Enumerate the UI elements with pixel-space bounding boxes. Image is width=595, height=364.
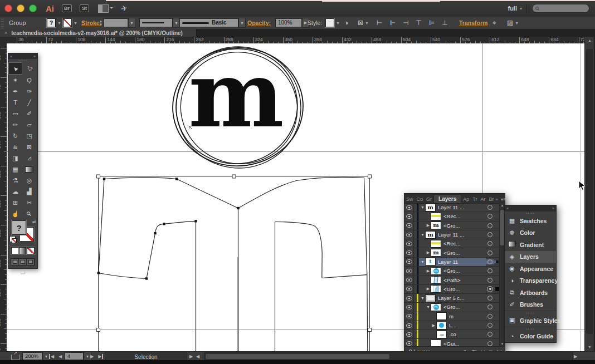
stroke-weight-control[interactable]: ▲▼ ▼ — [99, 17, 135, 29]
stroke-weight-dropdown[interactable]: ▼ — [128, 18, 135, 28]
width-tool[interactable]: ≋ — [8, 141, 22, 153]
align-horizontal-left-icon[interactable]: ⊢ — [377, 19, 382, 27]
panel-collapse-icon[interactable]: » — [495, 197, 499, 203]
opacity-field[interactable]: 100% — [275, 18, 302, 27]
disclosure-icon[interactable]: ▶ — [426, 269, 431, 273]
layer-row-content[interactable]: .co — [419, 330, 486, 338]
target-cell[interactable] — [486, 304, 494, 309]
target-icon[interactable] — [487, 286, 493, 292]
disclosure-icon[interactable]: ▼ — [420, 296, 425, 300]
align-horizontal-center-icon[interactable]: ⊩ — [389, 19, 395, 27]
stroke-panel-link[interactable]: Stroke: — [81, 19, 101, 26]
layer-name[interactable]: <Rec... — [443, 213, 460, 219]
layer-row[interactable]: ▶<Gro... — [404, 222, 500, 230]
fill-swatch[interactable]: ? — [47, 18, 56, 27]
tab-color[interactable]: Co — [415, 196, 425, 203]
select-similar-icon[interactable]: ▨ — [507, 19, 513, 27]
recolor-artwork-icon[interactable]: ◑ — [344, 19, 348, 27]
dock-section-grip[interactable]: ••••• — [505, 311, 556, 314]
zoom-level-field[interactable]: 200% — [22, 352, 42, 360]
pen-tool[interactable]: ✒ — [8, 86, 22, 97]
target-cell[interactable] — [486, 314, 494, 319]
dock-item-graphic-styles[interactable]: ▣Graphic Styles — [505, 314, 556, 327]
target-icon[interactable] — [487, 314, 492, 319]
stroke-swatch-control[interactable]: ▼ — [63, 17, 77, 29]
layer-thumbnail[interactable] — [431, 303, 441, 311]
stroke-weight-stepper[interactable]: ▲▼ — [99, 19, 103, 26]
layer-name[interactable]: <Gro... — [443, 286, 460, 292]
disclosure-icon[interactable]: ▶ — [431, 323, 436, 328]
layer-thumbnail[interactable] — [436, 322, 447, 329]
layer-name[interactable]: <Rec... — [443, 240, 460, 247]
dock-item-appearance[interactable]: ◉Appearance — [505, 263, 556, 275]
horizontal-scrollbar[interactable] — [204, 352, 573, 361]
layer-name[interactable]: L... — [449, 322, 456, 328]
target-cell[interactable] — [486, 341, 494, 346]
m-outline-path[interactable] — [99, 178, 368, 351]
layer-name[interactable]: <Path> — [443, 277, 461, 283]
layer-row[interactable]: ▼Layer 5 c... — [404, 294, 500, 303]
tab-transparency[interactable]: Tr — [471, 196, 479, 203]
layer-row[interactable]: <Rec... — [404, 212, 500, 221]
panel-menu-icon[interactable]: ▾≡ — [500, 197, 508, 203]
layer-row[interactable]: ▼Layer 11 ... — [404, 203, 500, 212]
style-swatch-control[interactable]: ▼ — [325, 17, 340, 29]
disclosure-icon[interactable]: ▼ — [426, 305, 431, 309]
target-icon[interactable] — [487, 304, 492, 309]
lasso-tool[interactable]: Ϙ — [22, 75, 36, 86]
target-icon[interactable] — [487, 232, 492, 237]
layer-row[interactable]: m — [404, 312, 500, 321]
align-to-arrow[interactable]: ▼ — [365, 21, 369, 25]
v-scroll-thumb[interactable] — [586, 49, 593, 334]
dock-item-color[interactable]: ☸Color — [505, 227, 556, 239]
paintbrush-tool[interactable]: ✐ — [22, 108, 36, 119]
layer-thumbnail[interactable] — [431, 249, 441, 257]
layer-thumbnail[interactable] — [431, 213, 441, 220]
disclosure-icon[interactable]: ▶ — [426, 250, 431, 255]
dock-item-brushes[interactable]: ✐Brushes — [505, 299, 556, 311]
hand-tool[interactable]: ☝ — [8, 208, 22, 219]
first-artboard-button[interactable]: ◀ — [49, 354, 54, 359]
layer-thumbnail[interactable] — [431, 222, 441, 229]
type-tool[interactable]: T — [8, 97, 22, 108]
layer-row[interactable]: ▶<Gro... — [404, 248, 500, 257]
magic-wand-tool[interactable]: ✶ — [8, 75, 22, 86]
select-similar-control[interactable]: ▨▼ — [507, 17, 519, 29]
curvature-tool[interactable]: ✑ — [22, 86, 36, 97]
target-cell[interactable] — [486, 323, 494, 328]
layer-thumbnail[interactable] — [425, 231, 436, 239]
align-vertical-top-icon[interactable]: ⊤ — [416, 19, 421, 27]
disclosure-icon[interactable]: ▶ — [426, 223, 431, 228]
layer-thumbnail[interactable] — [431, 267, 441, 275]
visibility-cell[interactable] — [404, 294, 414, 302]
visibility-cell[interactable] — [404, 258, 414, 266]
workspace-switcher[interactable]: full — [508, 5, 517, 12]
layer-row[interactable]: <Rec... — [404, 239, 500, 248]
scale-tool[interactable]: ◳ — [22, 130, 36, 141]
layer-row-content[interactable]: ▶<Gro... — [419, 285, 486, 293]
target-cell[interactable] — [486, 214, 494, 219]
mesh-tool[interactable]: ▦ — [8, 164, 22, 175]
visibility-cell[interactable] — [404, 339, 414, 347]
disclosure-icon[interactable]: ▼ — [420, 205, 425, 209]
target-cell[interactable] — [486, 278, 494, 283]
visibility-cell[interactable] — [404, 239, 414, 248]
h-scroll-right-icon[interactable]: ▶ — [574, 354, 577, 359]
target-icon[interactable] — [487, 323, 492, 328]
toolbox-close-icon[interactable]: × — [10, 55, 12, 58]
vertical-scrollbar[interactable]: ▲ ▼ — [584, 37, 594, 351]
layer-row[interactable]: ▼Layer 11 — [404, 258, 500, 267]
style-swatch[interactable] — [325, 18, 334, 27]
layer-row[interactable]: ▼Layer 11 ... — [404, 230, 500, 239]
default-fill-stroke-icon[interactable] — [9, 236, 16, 242]
document-tab[interactable]: × teachmedia-socialmedia-v2-may3016.ai* … — [0, 29, 197, 37]
dock-item-transparency[interactable]: ◑Transparency — [505, 275, 556, 287]
visibility-cell[interactable] — [404, 276, 414, 284]
disclosure-icon[interactable]: ▶ — [426, 287, 431, 291]
h-scroll-thumb[interactable] — [206, 354, 389, 359]
opacity-panel-link[interactable]: Opacity: — [247, 19, 271, 26]
layer-row-content[interactable]: <Rec... — [419, 212, 486, 220]
target-cell[interactable] — [486, 241, 494, 246]
fill-swatch-control[interactable]: ?▼ — [47, 17, 61, 29]
selection-tool[interactable]: ► — [8, 62, 22, 75]
